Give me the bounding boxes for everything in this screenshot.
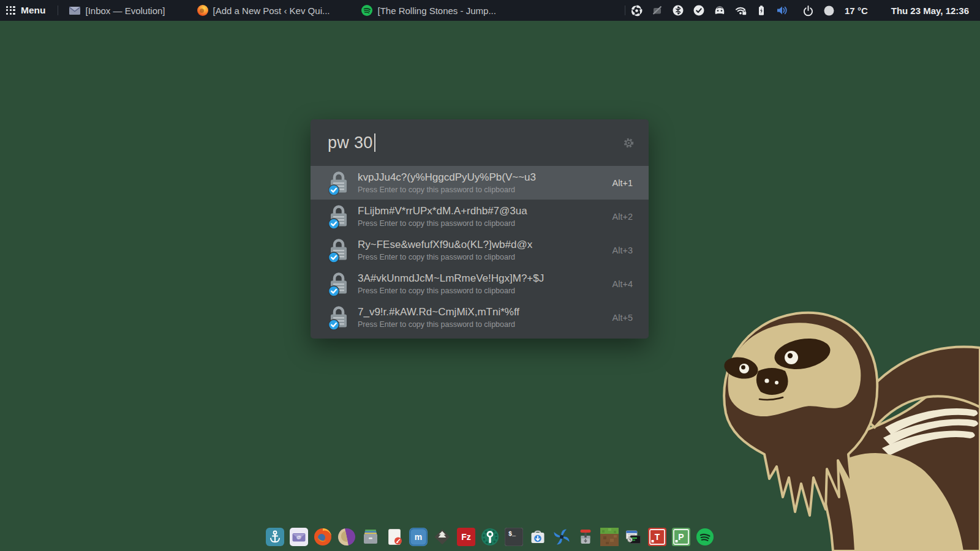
terminal-app-icon[interactable]: $_ xyxy=(505,528,523,546)
weather-icon[interactable] xyxy=(823,4,835,17)
taskbar-window-title: [Add a New Post ‹ Kev Qui... xyxy=(213,6,330,16)
password-lock-icon xyxy=(328,305,349,330)
taskbar-window-title: [Inbox — Evolution] xyxy=(85,6,165,16)
password-lock-icon xyxy=(328,171,349,195)
system-tray: 17 °C Thu 23 May, 12:36 xyxy=(630,0,980,21)
result-hint: Press Enter to copy this password to cli… xyxy=(358,253,532,261)
launcher-search-row[interactable]: pw 30 xyxy=(311,119,649,166)
pinwheel-app-icon[interactable] xyxy=(552,528,571,546)
password-text: kvpJJu4c?(y%HggcdPyUy%Pb(V~~u3 xyxy=(358,171,536,184)
search-input[interactable]: pw 30 xyxy=(328,133,373,152)
firefox-icon xyxy=(197,5,208,16)
software-store-app-icon[interactable] xyxy=(529,528,547,546)
tweaks-app-icon[interactable] xyxy=(481,528,499,546)
sloth-wallpaper-art xyxy=(710,294,980,551)
anchor-app-icon[interactable] xyxy=(266,528,284,546)
spotify-icon xyxy=(361,5,372,16)
shortcut-label: Alt+4 xyxy=(606,279,633,289)
wifi-secured-icon[interactable] xyxy=(734,4,747,17)
bluetooth-icon[interactable] xyxy=(672,4,684,17)
text-caret xyxy=(374,133,375,152)
temperature-readout[interactable]: 17 °C xyxy=(845,6,868,16)
filezilla-app-icon[interactable]: Fz xyxy=(457,528,475,546)
detonator-app-icon[interactable] xyxy=(576,528,595,546)
power-button-icon[interactable] xyxy=(802,4,814,17)
password-text: 3A#vkUnmdJcM~LmRmeVe!Hgx]M?+$J xyxy=(358,272,544,285)
firefox-app-icon[interactable] xyxy=(314,528,332,546)
password-text: 7_v9!r.#kAW.Rd~CmjMiX,mTni*%ff xyxy=(358,306,519,318)
password-result-row[interactable]: FLijbm#V*rrUPx*dM.A+rdhb#7@3ua Press Ent… xyxy=(311,200,649,233)
result-hint: Press Enter to copy this password to cli… xyxy=(358,219,527,228)
top-panel: Menu [Inbox — Evolution] [Add a New Post… xyxy=(0,0,980,21)
gear-icon[interactable] xyxy=(624,138,634,148)
password-text: Ry~FEse&wefufXf9u&o(KL?]wb#d@x xyxy=(358,239,532,251)
document-editor-app-icon[interactable] xyxy=(385,528,404,546)
taskbar-window-evolution[interactable]: [Inbox — Evolution] xyxy=(63,0,171,21)
applications-menu-button[interactable]: Menu xyxy=(0,0,53,21)
password-result-row[interactable]: Ry~FEse&wefufXf9u&o(KL?]wb#d@x Press Ent… xyxy=(311,233,649,267)
shutter-tray-icon[interactable] xyxy=(630,4,643,17)
file-cabinet-app-icon[interactable] xyxy=(361,528,380,546)
password-result-row[interactable]: 7_v9!r.#kAW.Rd~CmjMiX,mTni*%ff Press Ent… xyxy=(311,301,649,334)
mullvad-vpn-icon[interactable] xyxy=(714,4,726,17)
taskbar-window-spotify[interactable]: [The Rolling Stones - Jump... xyxy=(355,0,502,21)
inkscape-app-icon[interactable] xyxy=(433,528,451,546)
taskbar-window-title: [The Rolling Stones - Jump... xyxy=(377,6,496,16)
menu-grid-icon xyxy=(6,6,15,15)
putty-app-icon[interactable] xyxy=(624,528,643,546)
password-lock-icon xyxy=(328,272,349,296)
result-hint: Press Enter to copy this password to cli… xyxy=(358,320,519,329)
clock[interactable]: Thu 23 May, 12:36 xyxy=(891,6,969,16)
taskbar-window-firefox[interactable]: [Add a New Post ‹ Kev Qui... xyxy=(191,0,336,21)
shortcut-label: Alt+3 xyxy=(606,246,633,255)
panel-separator xyxy=(58,6,58,15)
battery-charging-icon[interactable] xyxy=(755,4,767,17)
shortcut-label: Alt+5 xyxy=(606,313,633,323)
password-lock-icon xyxy=(328,204,349,229)
password-lock-icon xyxy=(328,238,349,263)
spotify-app-icon[interactable] xyxy=(696,528,714,546)
app-dock: @ m xyxy=(266,528,714,546)
password-text: FLijbm#V*rrUPx*dM.A+rdhb#7@3ua xyxy=(358,205,527,217)
media-sphere-app-icon[interactable] xyxy=(337,528,356,546)
tray-separator xyxy=(625,6,625,15)
password-result-row[interactable]: kvpJJu4c?(y%HggcdPyUy%Pb(V~~u3 Press Ent… xyxy=(311,166,649,200)
shortcut-label: Alt+1 xyxy=(606,178,633,188)
t-letter-app-icon[interactable]: T xyxy=(648,528,666,546)
shortcut-label: Alt+2 xyxy=(606,212,633,222)
volume-icon[interactable] xyxy=(776,4,788,17)
result-hint: Press Enter to copy this password to cli… xyxy=(358,186,536,194)
disabled-slash-tray-icon[interactable] xyxy=(651,4,663,17)
menu-label: Menu xyxy=(21,5,45,16)
minecraft-app-icon[interactable] xyxy=(600,528,619,546)
updates-ok-icon[interactable] xyxy=(693,4,705,17)
result-hint: Press Enter to copy this password to cli… xyxy=(358,287,544,295)
p-letter-app-icon[interactable]: P xyxy=(672,528,690,546)
password-result-row[interactable]: 3A#vkUnmdJcM~LmRmeVe!Hgx]M?+$J Press Ent… xyxy=(311,267,649,301)
evolution-mail-icon xyxy=(69,5,80,16)
ulauncher-window: pw 30 kvpJJu4c?(y%HggcdPyUy%Pb(V~~u3 Pre… xyxy=(311,119,649,339)
mastodon-app-icon[interactable]: m xyxy=(409,528,428,546)
result-list: kvpJJu4c?(y%HggcdPyUy%Pb(V~~u3 Press Ent… xyxy=(311,166,649,339)
mail-app-icon[interactable]: @ xyxy=(290,528,308,546)
